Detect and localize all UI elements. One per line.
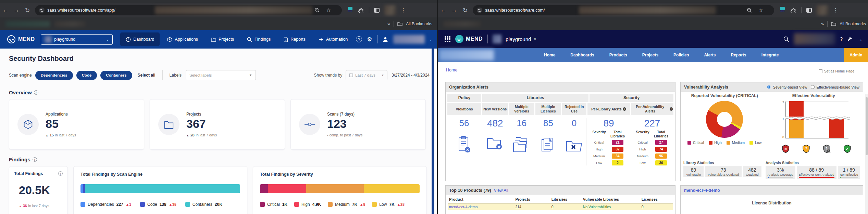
col-vulnerable-libraries[interactable]: Vulnerable Libraries <box>583 197 642 201</box>
nav-item-applications[interactable]: Applications <box>162 32 203 46</box>
back-button[interactable]: ← <box>438 7 449 14</box>
nav-item-reports[interactable]: Reports <box>731 53 746 57</box>
severity-view-radio[interactable] <box>767 85 771 89</box>
product-link[interactable]: mend-ecr-4-demo <box>448 205 515 209</box>
bookmark-blob[interactable] <box>5 21 50 27</box>
tab-strip[interactable] <box>438 0 868 3</box>
nav-item-projects[interactable]: Projects <box>642 53 658 57</box>
stat-vulnerable-outdated[interactable]: 73 Vulnerable & Outdated <box>705 166 742 177</box>
severity-row-critical[interactable]: Critical 21 <box>590 140 627 145</box>
wrench-icon[interactable] <box>847 37 853 42</box>
avatar[interactable] <box>817 5 828 15</box>
severity-count-badge[interactable]: 32 <box>612 147 623 152</box>
bookmarks-overflow-chevron[interactable]: » <box>821 21 824 27</box>
url-text[interactable]: saas.whitesourcesoftware.com/ <box>485 8 545 13</box>
nav-item-alerts[interactable]: Alerts <box>704 53 716 57</box>
nav-item-dashboard[interactable]: Dashboard <box>120 32 160 46</box>
multiple-licenses-icon[interactable] <box>541 137 556 154</box>
tab-strip[interactable] <box>0 0 437 3</box>
severity-count-badge[interactable]: 27 <box>655 140 667 145</box>
severity-row-critical[interactable]: Critical 27 <box>634 140 671 145</box>
severity-row-low[interactable]: Low 2 <box>590 160 627 165</box>
address-bar[interactable]: saas.whitesourcesoftware.com/ ☆ <box>473 5 774 15</box>
nav-item-automation[interactable]: Automation <box>313 32 353 46</box>
gear-icon[interactable]: ⚙ <box>367 36 372 43</box>
site-info-icon[interactable] <box>477 8 482 13</box>
extensions-puzzle-icon[interactable] <box>791 8 796 13</box>
mend-logo[interactable]: MEND <box>7 35 35 44</box>
col-header-multiple-licenses[interactable]: Multiple Licenses <box>535 103 561 115</box>
nav-item-home[interactable]: Home <box>544 53 555 57</box>
stat-vulnerable[interactable]: 89 Vulnerable <box>683 166 704 177</box>
multiple-versions-icon[interactable] <box>513 137 531 153</box>
col-header-multiple-versions[interactable]: Multiple Versions <box>509 103 535 115</box>
stat-analysis-coverage[interactable]: 3% Analysis Coverage <box>766 166 795 179</box>
panel-title-link[interactable]: mend-ecr-4-demo <box>684 188 720 193</box>
bookmark-blob[interactable] <box>55 21 86 27</box>
nav-item-reports[interactable]: Reports <box>278 32 311 46</box>
effective-vulnerability-chart[interactable]: 2 1 0 <box>778 100 849 144</box>
forward-button[interactable]: → <box>11 7 22 14</box>
side-panel-icon[interactable] <box>806 8 812 13</box>
extensions-puzzle-icon[interactable] <box>358 8 364 13</box>
severity-row-medium[interactable]: Medium 96 <box>634 153 671 159</box>
info-icon[interactable]: i <box>34 90 38 95</box>
all-bookmarks-label[interactable]: All Bookmarks <box>406 22 432 26</box>
address-bar[interactable]: saas.whitesourcesoftware.com/app/ ☆ <box>35 5 342 15</box>
reload-button[interactable]: ↻ <box>460 7 471 14</box>
severity-count-badge[interactable]: 96 <box>655 153 667 159</box>
org-selector[interactable]: playground ⌄ <box>41 34 113 45</box>
info-icon[interactable]: i <box>58 171 63 176</box>
bookmarks-overflow-chevron[interactable]: » <box>387 21 390 27</box>
projects-card[interactable]: Projects 367 ▲ 28 in last 7 days <box>150 99 285 150</box>
bookmark-star-icon[interactable]: ☆ <box>326 7 331 13</box>
info-icon[interactable]: i <box>33 157 37 162</box>
stat-effective-or-non-analyzed[interactable]: 88 / 89 Effective or Non-Analyzed <box>797 166 836 179</box>
col-libraries[interactable]: Libraries <box>551 197 583 201</box>
violations-value[interactable]: 56 <box>459 118 469 129</box>
effective-free-shield-icon[interactable]: ✓ <box>843 145 851 153</box>
col-product[interactable]: Product <box>448 197 515 201</box>
rejected-in-use-value[interactable]: 0 <box>572 118 576 129</box>
logout-arrow-icon[interactable]: → <box>857 36 863 42</box>
user-icon[interactable] <box>382 36 388 42</box>
severity-row-high[interactable]: High 32 <box>590 147 627 152</box>
nav-item-dashboards[interactable]: Dashboards <box>570 53 594 57</box>
severity-row-medium[interactable]: Medium 34 <box>590 153 627 159</box>
info-icon[interactable]: i <box>623 107 626 111</box>
rejected-in-use-icon[interactable] <box>566 139 582 152</box>
stat-outdated[interactable]: 482 Outdated <box>743 166 761 177</box>
findings-by-severity-card[interactable]: Total Findings by Severity Critical 1K <box>253 166 427 214</box>
severity-count-badge[interactable]: 74 <box>655 147 667 152</box>
engine-pill-dependencies[interactable]: Dependencies <box>35 71 73 80</box>
set-home-control[interactable]: Set as Home Page <box>819 69 854 73</box>
scans-card[interactable]: Scans (7 days) 123 - comp. to past 7 day… <box>290 99 426 150</box>
not-analyzed-shield-icon[interactable]: ? <box>823 145 831 153</box>
new-versions-value[interactable]: 482 <box>487 118 503 129</box>
col-header-per-library-alerts[interactable]: Per-Library Alerts i <box>587 103 630 115</box>
browser-menu-icon[interactable]: ⋮ <box>401 7 406 13</box>
view-all-link[interactable]: View All <box>494 188 508 193</box>
col-licenses[interactable]: Licenses <box>642 197 673 201</box>
applications-card[interactable]: Applications 85 ▲ 15 in last 7 days <box>9 99 144 150</box>
reload-button[interactable]: ↻ <box>22 7 33 14</box>
per-library-alerts-value[interactable]: 89 <box>603 118 614 129</box>
page-scrollbar[interactable] <box>865 94 868 214</box>
severity-count-badge[interactable]: 34 <box>612 153 623 159</box>
avatar[interactable] <box>384 5 396 15</box>
side-panel-icon[interactable] <box>374 8 380 13</box>
apps-grid-icon[interactable] <box>445 36 450 42</box>
zoom-out-icon[interactable] <box>314 8 320 13</box>
mend-extension-icon[interactable]: MEND <box>779 7 786 14</box>
nav-item-products[interactable]: Products <box>609 53 627 57</box>
forward-button[interactable]: → <box>449 7 460 14</box>
engine-pill-code[interactable]: Code <box>76 71 97 80</box>
findings-by-engine-card[interactable]: Total Findings by Scan Engine Dependenci… <box>73 166 247 214</box>
select-all-link[interactable]: Select all <box>138 73 156 78</box>
effectiveness-view-label[interactable]: Effectiveness-based View <box>816 85 859 89</box>
severity-row-low[interactable]: Low 30 <box>634 160 671 165</box>
nav-item-admin[interactable]: Admin <box>844 48 868 62</box>
col-header-violations[interactable]: Violations <box>447 103 481 115</box>
bookmark-star-icon[interactable]: ☆ <box>759 7 763 13</box>
back-button[interactable]: ← <box>0 7 11 14</box>
